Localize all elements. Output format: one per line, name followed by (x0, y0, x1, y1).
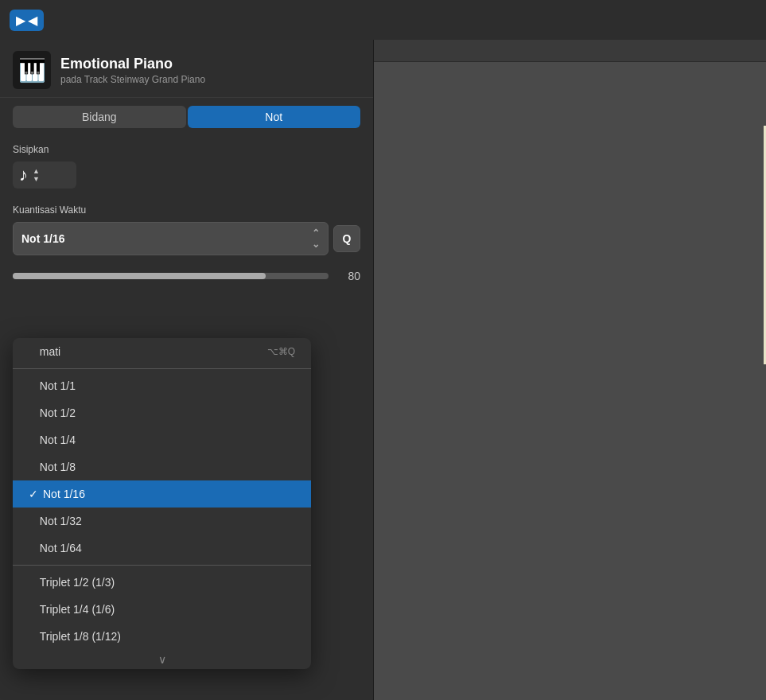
logo-button[interactable]: ▶ ◀ (10, 10, 44, 31)
dropdown-item-not116[interactable]: ✓ Not 1/16 (13, 480, 311, 508)
dropdown-more-arrow[interactable]: ∨ (13, 650, 311, 669)
ruler: 1 (374, 40, 766, 62)
chevron-down-icon: ⌃⌄ (312, 228, 320, 250)
velocity-bar (13, 273, 329, 279)
quantize-dropdown: mati ⌥⌘Q Not 1/1 Not 1/2 Not 1/4 (13, 338, 311, 669)
divider-1 (13, 368, 311, 369)
quantize-label: Kuantisasi Waktu (13, 204, 360, 216)
shortcut-mati: ⌥⌘Q (267, 346, 295, 357)
quantize-section: Kuantisasi Waktu Not 1/16 ⌃⌄ Q (0, 196, 373, 263)
stepper-up-icon[interactable]: ▲ (33, 168, 40, 175)
track-info: Emotional Piano pada Track Steinway Gran… (60, 56, 205, 85)
tab-not[interactable]: Not (188, 106, 361, 128)
velocity-row: 80 (0, 263, 373, 289)
note-icon: ♪ (19, 165, 28, 185)
note-selector[interactable]: ♪ ▲ ▼ (13, 161, 76, 189)
track-title: Emotional Piano (60, 56, 205, 72)
right-area: 1 { (374, 40, 766, 700)
velocity-value: 80 (335, 270, 360, 282)
top-bar: ▶ ◀ (0, 0, 766, 40)
quantize-select[interactable]: Not 1/16 ⌃⌄ (13, 222, 329, 255)
dropdown-item-not12[interactable]: Not 1/2 (13, 399, 311, 426)
dropdown-item-triplet12[interactable]: Triplet 1/2 (1/3) (13, 569, 311, 596)
dropdown-item-triplet14[interactable]: Triplet 1/4 (1/6) (13, 596, 311, 623)
item-text-mati: mati (29, 345, 60, 358)
arrow-right-icon: ◀ (28, 13, 37, 28)
track-subtitle: pada Track Steinway Grand Piano (60, 74, 205, 85)
tab-bidang[interactable]: Bidang (13, 106, 186, 128)
dropdown-item-mati[interactable]: mati ⌥⌘Q (13, 338, 311, 365)
dropdown-item-not14[interactable]: Not 1/4 (13, 426, 311, 453)
q-button[interactable]: Q (333, 225, 360, 252)
dropdown-item-triplet18[interactable]: Triplet 1/8 (1/12) (13, 623, 311, 650)
tab-bar: Bidang Not (0, 98, 373, 136)
dropdown-item-not164[interactable]: Not 1/64 (13, 535, 311, 562)
dropdown-item-not11[interactable]: Not 1/1 (13, 372, 311, 399)
velocity-fill (13, 273, 266, 279)
quantize-value: Not 1/16 (21, 232, 64, 245)
quantize-row: Not 1/16 ⌃⌄ Q (13, 222, 360, 255)
stepper-down-icon[interactable]: ▼ (33, 176, 40, 183)
sisipkan-section: Sisipkan ♪ ▲ ▼ (0, 136, 373, 196)
arrow-left-icon: ▶ (16, 13, 25, 28)
panel-header: 🎹 Emotional Piano pada Track Steinway Gr… (0, 40, 373, 98)
note-stepper[interactable]: ▲ ▼ (33, 168, 40, 183)
dropdown-item-not132[interactable]: Not 1/32 (13, 508, 311, 535)
piano-icon: 🎹 (13, 51, 51, 89)
dropdown-item-not18[interactable]: Not 1/8 (13, 453, 311, 480)
left-panel: 🎹 Emotional Piano pada Track Steinway Gr… (0, 40, 374, 700)
sisipkan-label: Sisipkan (13, 144, 360, 155)
divider-2 (13, 565, 311, 566)
